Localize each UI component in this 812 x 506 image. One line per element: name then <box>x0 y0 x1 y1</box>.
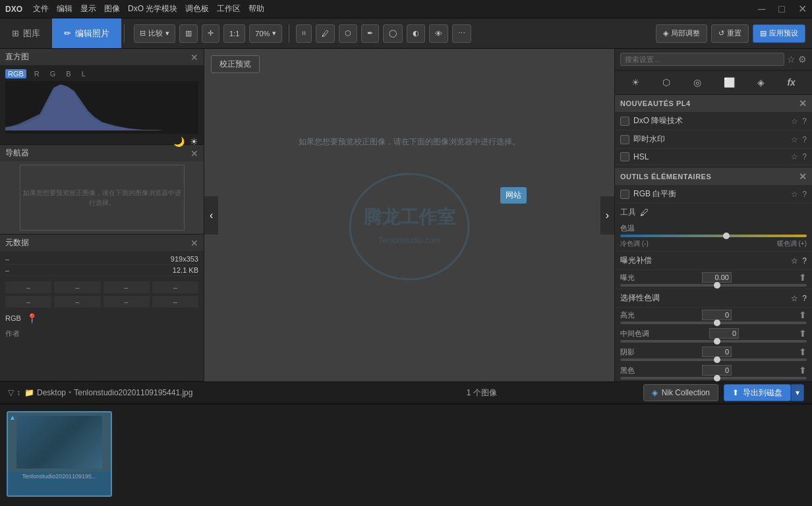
preview-button[interactable]: 校正预览 <box>211 55 260 73</box>
detail-icon[interactable]: ◎ <box>691 74 704 90</box>
exposure-value-input[interactable] <box>702 272 732 283</box>
hist-tab-rgb[interactable]: RGB <box>5 69 26 78</box>
midtone-thumb[interactable] <box>714 338 720 345</box>
nav-next-arrow[interactable]: › <box>600 196 614 235</box>
shadow-spinner[interactable]: ⬆ <box>799 347 807 357</box>
selective-help-icon[interactable]: ? <box>802 294 807 303</box>
straighten-button[interactable]: 🖊 <box>316 24 335 43</box>
export-button[interactable]: ⬆ 导出到磁盘 <box>724 384 791 401</box>
crop-button[interactable]: ⌗ <box>296 24 312 43</box>
midtone-value-input[interactable] <box>709 328 739 339</box>
highlight-spinner[interactable]: ⬆ <box>799 310 807 320</box>
tab-gallery[interactable]: ⊞ 图库 <box>0 18 52 48</box>
highlight-slider[interactable] <box>620 322 807 324</box>
midtone-slider[interactable] <box>620 340 807 343</box>
hist-tab-r[interactable]: R <box>32 69 42 78</box>
menu-image[interactable]: 图像 <box>104 3 120 14</box>
midtone-spinner[interactable]: ⬆ <box>799 328 807 339</box>
repair-button[interactable]: 👁 <box>429 24 448 43</box>
shape-button[interactable]: ◯ <box>383 24 403 43</box>
metadata-dimensions-label: – <box>5 255 9 263</box>
highlight-value-input[interactable] <box>702 310 732 320</box>
menu-workspace[interactable]: 工作区 <box>217 3 241 14</box>
shadow-thumb[interactable] <box>714 356 720 363</box>
exposure-slider[interactable] <box>620 284 807 287</box>
denoising-star-icon[interactable]: ☆ <box>791 117 798 126</box>
selective-star-icon[interactable]: ☆ <box>791 294 798 303</box>
geometry-icon[interactable]: ⬜ <box>721 74 738 90</box>
exposure-spinner-up[interactable]: ⬆ <box>799 272 807 283</box>
paint-button[interactable]: ◐ <box>407 24 425 43</box>
navigator-close-button[interactable]: ✕ <box>190 148 198 159</box>
nouveautes-close-button[interactable]: ✕ <box>799 98 807 109</box>
outils-close-button[interactable]: ✕ <box>799 171 807 182</box>
local-adjust-button[interactable]: ◈ 局部调整 <box>656 24 707 43</box>
apply-preset-button[interactable]: ▤ 应用预设 <box>753 24 805 43</box>
more-tools-button[interactable]: ⋯ <box>452 24 471 43</box>
compare-button[interactable]: ⊟ 比较 ▾ <box>134 24 175 43</box>
underexpose-icon[interactable]: 🌙 <box>173 136 185 147</box>
exposure-thumb[interactable] <box>714 282 720 289</box>
nik-collection-button[interactable]: ◈ Nik Collection <box>643 384 718 401</box>
color-temp-slider[interactable] <box>620 235 807 237</box>
denoising-checkbox[interactable] <box>620 117 629 126</box>
color-temp-thumb[interactable] <box>723 233 730 239</box>
breadcrumb-folder[interactable]: Desktop <box>37 388 66 397</box>
wb-help-icon[interactable]: ? <box>802 190 807 199</box>
wb-checkbox[interactable] <box>620 190 629 199</box>
light-icon[interactable]: ☀ <box>629 74 643 90</box>
black-spinner[interactable]: ⬆ <box>799 365 807 376</box>
watermark-star-icon[interactable]: ☆ <box>791 135 798 144</box>
path-button[interactable]: ✒ <box>361 24 379 43</box>
shadow-value-input[interactable] <box>702 347 732 357</box>
menu-help[interactable]: 帮助 <box>248 3 264 14</box>
black-value-input[interactable] <box>702 365 732 376</box>
tab-edit[interactable]: ✏ 编辑照片 <box>52 18 121 48</box>
overexpose-icon[interactable]: ☀ <box>190 136 198 147</box>
star-icon[interactable]: ☆ <box>787 54 796 65</box>
fx-icon[interactable]: fx <box>784 74 798 90</box>
hist-tab-b[interactable]: B <box>63 69 73 78</box>
perspective-button[interactable]: ⬡ <box>339 24 357 43</box>
metadata-close-button[interactable]: ✕ <box>190 238 198 248</box>
search-input[interactable] <box>620 53 784 66</box>
hsl-star-icon[interactable]: ☆ <box>791 152 798 161</box>
exposure-star-icon[interactable]: ☆ <box>791 256 798 266</box>
black-slider[interactable] <box>620 377 807 380</box>
window-maximize[interactable]: □ <box>778 3 785 15</box>
histogram-canvas <box>5 81 198 134</box>
settings-icon[interactable]: ⚙ <box>798 54 807 65</box>
hist-tab-g[interactable]: G <box>47 69 59 78</box>
scale-button[interactable]: 1:1 <box>223 24 245 43</box>
sort-icon[interactable]: ↕ <box>16 388 20 397</box>
reset-button[interactable]: ↺ 重置 <box>711 24 749 43</box>
menu-dxo-optics[interactable]: DxO 光学模块 <box>128 3 177 14</box>
hist-tab-l[interactable]: L <box>79 69 88 78</box>
move-button[interactable]: ✛ <box>202 24 219 43</box>
zoom-button[interactable]: 70% ▾ <box>249 24 282 43</box>
wb-star-icon[interactable]: ☆ <box>791 190 798 199</box>
eyedropper-icon[interactable]: 🖊 <box>640 208 649 217</box>
window-close[interactable]: ✕ <box>798 3 807 15</box>
filmstrip-item-0[interactable]: ▲ Tenlonstudio20201109195... <box>7 411 112 497</box>
denoising-help-icon[interactable]: ? <box>802 117 807 126</box>
black-thumb[interactable] <box>714 375 720 381</box>
watermark-icon[interactable]: ◈ <box>755 74 767 90</box>
menu-edit[interactable]: 编辑 <box>57 3 72 14</box>
menu-view[interactable]: 显示 <box>80 3 96 14</box>
filter-icon[interactable]: ▽ <box>8 388 14 397</box>
window-minimize[interactable]: ─ <box>758 3 765 15</box>
exposure-help-icon[interactable]: ? <box>802 256 807 266</box>
split-button[interactable]: ▥ <box>179 24 198 43</box>
color-icon[interactable]: ⬡ <box>660 74 673 90</box>
export-arrow-button[interactable]: ▾ <box>791 384 804 401</box>
highlight-thumb[interactable] <box>714 320 720 326</box>
menu-file[interactable]: 文件 <box>33 3 49 14</box>
menu-color[interactable]: 调色板 <box>185 3 209 14</box>
hsl-help-icon[interactable]: ? <box>802 152 807 161</box>
watermark-help-icon[interactable]: ? <box>802 135 807 144</box>
shadow-slider[interactable] <box>620 358 807 361</box>
histogram-close-button[interactable]: ✕ <box>190 52 198 63</box>
hsl-checkbox[interactable] <box>620 152 629 161</box>
watermark-checkbox[interactable] <box>620 135 629 144</box>
